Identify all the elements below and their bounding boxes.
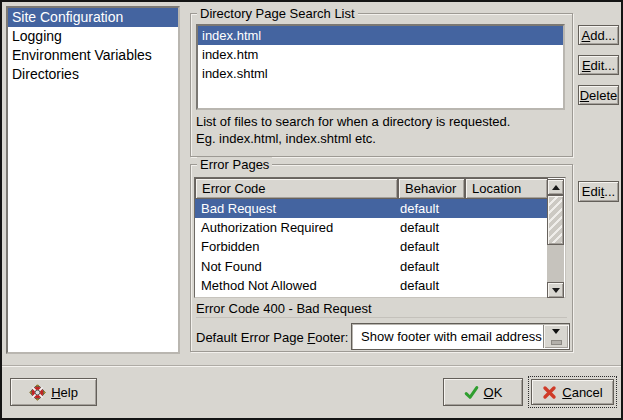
file-row[interactable]: index.html <box>198 26 563 45</box>
directory-list-caption-line2: Eg. index.html, index.shtml etc. <box>196 131 376 146</box>
chevron-down-icon <box>552 329 560 338</box>
httpd-site-configuration-window: Site Configuration Logging Environment V… <box>0 0 623 420</box>
vertical-scrollbar[interactable] <box>547 179 564 298</box>
error-row[interactable]: Method Not Allowed default <box>195 276 548 295</box>
edit-error-button[interactable]: Edit... <box>578 181 619 202</box>
error-row[interactable]: Authorization Required default <box>195 218 548 237</box>
error-row[interactable]: Forbidden default <box>195 237 548 256</box>
category-list: Site Configuration Logging Environment V… <box>6 6 180 354</box>
file-row[interactable]: index.htm <box>198 45 563 64</box>
error-table: Error Code Behavior Location Bad Request… <box>194 177 566 298</box>
life-preserver-icon <box>29 384 46 401</box>
footer-combobox[interactable]: Show footer with email address <box>351 323 570 350</box>
separator <box>2 365 621 367</box>
directory-list-caption-line1: List of files to search for when a direc… <box>196 114 510 129</box>
sidebar-item-site-configuration[interactable]: Site Configuration <box>8 8 178 27</box>
column-header-error-code[interactable]: Error Code <box>195 178 398 199</box>
combo-dropdown-button[interactable] <box>543 325 568 348</box>
help-button[interactable]: Help <box>10 378 97 406</box>
footer-combobox-value: Show footer with email address <box>361 324 542 349</box>
combo-ridge <box>551 340 562 345</box>
cancel-button[interactable]: Cancel <box>531 379 614 405</box>
sidebar-item-directories[interactable]: Directories <box>8 65 178 84</box>
arrow-up-icon <box>552 181 560 190</box>
error-detail-label: Error Code 400 - Bad Request <box>196 301 372 316</box>
scrollbar-thumb[interactable] <box>547 195 564 245</box>
edit-button[interactable]: Edit... <box>578 55 619 75</box>
error-table-body: Bad Request default Authorization Requir… <box>195 199 548 295</box>
column-header-location[interactable]: Location <box>465 178 548 199</box>
delete-button[interactable]: Delete <box>578 85 619 105</box>
default-footer-label: Default Error Page Footer: <box>196 330 348 346</box>
sidebar-item-environment-variables[interactable]: Environment Variables <box>8 46 178 65</box>
column-header-behavior[interactable]: Behavior <box>398 178 465 199</box>
scrollbar-up-button[interactable] <box>547 179 564 195</box>
scrollbar-down-button[interactable] <box>547 282 564 298</box>
arrow-down-icon <box>552 288 560 297</box>
directory-page-list: index.html index.htm index.shtml <box>196 24 565 110</box>
separator <box>196 317 567 318</box>
file-row[interactable]: index.shtml <box>198 64 563 83</box>
error-row[interactable]: Not Found default <box>195 257 548 276</box>
error-row[interactable]: Bad Request default <box>195 199 548 218</box>
check-icon <box>464 385 479 400</box>
add-button[interactable]: Add... <box>578 25 619 45</box>
ok-button[interactable]: OK <box>443 378 523 406</box>
sidebar-item-logging[interactable]: Logging <box>8 27 178 46</box>
x-icon <box>542 385 557 400</box>
frame-title: Directory Page Search List <box>197 6 358 21</box>
frame-title: Error Pages <box>197 157 272 172</box>
